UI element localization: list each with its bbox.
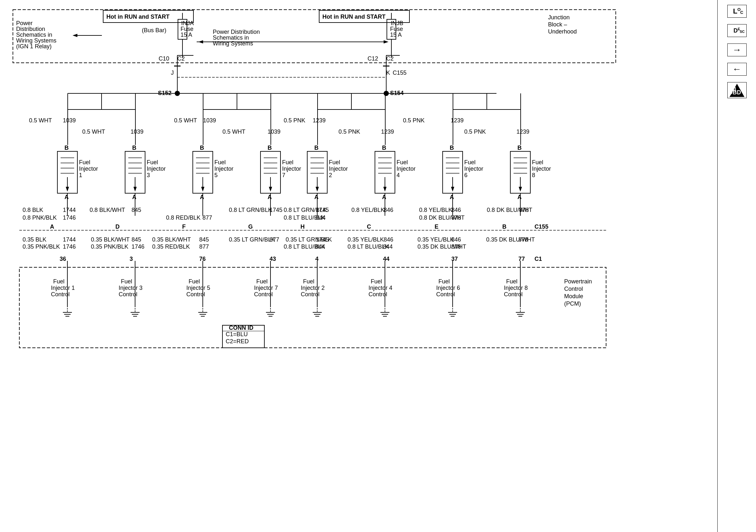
pcm-ctrl-inj2-line3: Control bbox=[301, 291, 319, 297]
svg-marker-84 bbox=[316, 187, 319, 191]
pcm-ctrl-inj5-line1: Fuel bbox=[189, 278, 200, 285]
pin-a-inj1: A bbox=[65, 194, 69, 200]
pcm-ctrl-inj7-line2: Injector 7 bbox=[254, 285, 278, 291]
pcm-ctrl-inj6-line1: Fuel bbox=[439, 278, 450, 285]
inj6-label-line1: Fuel bbox=[464, 159, 475, 165]
junction-block-line1: Junction bbox=[548, 14, 570, 21]
wire-inj7-pcm-circuit: 877 bbox=[270, 236, 279, 243]
svg-text:II: II bbox=[733, 86, 736, 93]
power-dist-left-1: Power bbox=[16, 20, 33, 26]
pin-b-inj3: B bbox=[132, 144, 136, 151]
k-label: K bbox=[386, 69, 390, 76]
svg-marker-66 bbox=[133, 187, 137, 191]
svg-marker-60 bbox=[66, 187, 69, 191]
conn-h-inj2: H bbox=[301, 223, 305, 230]
wire-inj5-pcm2-circuit: 877 bbox=[199, 243, 209, 250]
pcm-pin-inj3: 3 bbox=[130, 256, 133, 262]
conn-id-c2: C2=RED bbox=[226, 338, 249, 344]
wire-inj3-pcm-gauge: 0.35 BLK/WHT bbox=[91, 236, 130, 243]
inj4-label-line2: Injector bbox=[396, 165, 416, 172]
main-container: Hot in RUN and START Hot in RUN and STAR… bbox=[0, 0, 756, 532]
wire-inj3-pcm2-gauge: 0.35 PNK/BLK bbox=[91, 243, 128, 250]
wire-inj3-bot-circuit: 845 bbox=[131, 207, 141, 213]
c2-left-label: C2 bbox=[177, 55, 185, 62]
pcm-pin-inj1: 36 bbox=[60, 256, 66, 262]
svg-marker-13 bbox=[198, 40, 203, 43]
wire-inj4-pcm-circuit: 846 bbox=[384, 236, 393, 243]
conn-id-title: CONN ID bbox=[229, 325, 254, 331]
wire-inj7-bot-circuit: 1745 bbox=[270, 207, 283, 213]
wire-inj4-top-circuit: 1239 bbox=[381, 129, 394, 135]
inj8-label-line3: 8 bbox=[532, 172, 535, 178]
wire-inj1-bot2-gauge: 0.8 PNK/BLK bbox=[23, 215, 57, 221]
pcm-ctrl-inj7-line3: Control bbox=[254, 291, 273, 297]
wiring-diagram: Hot in RUN and START Hot in RUN and STAR… bbox=[3, 3, 713, 531]
conn-g-inj7: G bbox=[248, 223, 253, 230]
svg-text:OBD II: OBD II bbox=[729, 89, 745, 96]
pcm-pin-inj4: 44 bbox=[383, 256, 390, 262]
wire-inj3-pcm-circuit: 845 bbox=[131, 236, 141, 243]
legend-des-item: DESC bbox=[727, 24, 747, 37]
junction-block-line2: Block – bbox=[548, 21, 567, 28]
wire-inj2-top-gauge: 0.5 PNK bbox=[284, 117, 305, 124]
wire-inj4-pcm-gauge: 0.35 YEL/BLK bbox=[347, 236, 384, 243]
pcm-ctrl-inj4-line3: Control bbox=[368, 291, 387, 297]
pin-a-inj6: A bbox=[450, 194, 454, 200]
wire-inj2-pcm-circuit: 1745 bbox=[316, 236, 329, 243]
pin-a-inj5: A bbox=[200, 194, 204, 200]
svg-marker-90 bbox=[383, 187, 387, 191]
c12-label: C12 bbox=[367, 55, 378, 62]
pin-a-inj8: A bbox=[517, 194, 522, 200]
conn-e-inj6: E bbox=[435, 223, 439, 230]
wire-inj4-top-gauge: 0.5 PNK bbox=[338, 129, 360, 135]
pin-b-inj6: B bbox=[450, 144, 454, 151]
pcm-ctrl-inj6-line3: Control bbox=[436, 291, 455, 297]
wire-inj6-bot2-circuit: 878 bbox=[451, 215, 461, 221]
wire-inj7-bot-gauge: 0.8 LT GRN/BLK bbox=[229, 207, 272, 213]
junction-block-line3: Underhood bbox=[548, 28, 577, 35]
conn-b-inj8: B bbox=[502, 223, 506, 230]
pcm-ctrl-inj8-line2: Injector 8 bbox=[504, 285, 528, 291]
inj2-label-line1: Fuel bbox=[329, 159, 340, 165]
wire-inj8-bot-circuit: 878 bbox=[519, 207, 529, 213]
wire-inj3-top-gauge: 0.5 WHT bbox=[82, 129, 105, 135]
svg-marker-4 bbox=[72, 34, 77, 37]
wire-inj1-pcm2-circuit: 1746 bbox=[63, 243, 76, 250]
wire-inj4-bot-circuit: 846 bbox=[384, 207, 393, 213]
pcm-label-line4: (PCM) bbox=[564, 300, 581, 307]
inj1-label-line3: 1 bbox=[79, 172, 82, 178]
power-dist-right-2: Schematics in bbox=[213, 35, 249, 41]
wire-inj5-bot-gauge: 0.8 RED/BLK bbox=[166, 215, 201, 221]
wire-inj5-top-gauge: 0.5 WHT bbox=[174, 117, 197, 124]
wire-inj1-pcm2-gauge: 0.35 PNK/BLK bbox=[23, 243, 60, 250]
power-dist-left-4: Wiring Systems bbox=[16, 38, 56, 44]
svg-marker-72 bbox=[201, 187, 204, 191]
wire-inj6-pcm2-circuit: 878 bbox=[451, 243, 461, 250]
injb-fuse-sub: Fuse bbox=[390, 26, 403, 32]
inj6-label-line3: 6 bbox=[464, 172, 468, 178]
inj3-label-line2: Injector bbox=[147, 165, 166, 172]
pin-b-inj1: B bbox=[65, 144, 69, 151]
inj4-label-line1: Fuel bbox=[396, 159, 408, 165]
inj6-label-line2: Injector bbox=[464, 165, 483, 172]
pin-b-inj2: B bbox=[314, 144, 318, 151]
pin-b-inj7: B bbox=[268, 144, 272, 151]
diagram-area: Hot in RUN and START Hot in RUN and STAR… bbox=[0, 0, 717, 532]
wire-inj5-top-circuit: 1039 bbox=[203, 117, 216, 124]
inj1-label-line1: Fuel bbox=[79, 159, 90, 165]
inj5-label-line3: 5 bbox=[214, 172, 218, 178]
pcm-ctrl-inj4-line1: Fuel bbox=[371, 278, 382, 285]
conn-c155-mid: C155 bbox=[534, 223, 548, 230]
wire-inj7-top-circuit: 1039 bbox=[268, 129, 281, 135]
wire-inj1-top-gauge: 0.5 WHT bbox=[29, 117, 52, 124]
inja-fuse-label: INJA bbox=[181, 20, 194, 26]
legend-des-box: DESC bbox=[727, 24, 747, 37]
pcm-ctrl-inj1-line3: Control bbox=[51, 291, 69, 297]
pin-b-inj8: B bbox=[517, 144, 522, 151]
pcm-ctrl-inj4-line2: Injector 4 bbox=[368, 285, 392, 291]
obd-box: OBD II II bbox=[727, 82, 747, 98]
arrow-right-icon: → bbox=[733, 45, 742, 55]
legend-loc-item: LOC bbox=[727, 5, 747, 18]
inj8-label-line1: Fuel bbox=[532, 159, 543, 165]
conn-a-inj1: A bbox=[50, 223, 54, 230]
